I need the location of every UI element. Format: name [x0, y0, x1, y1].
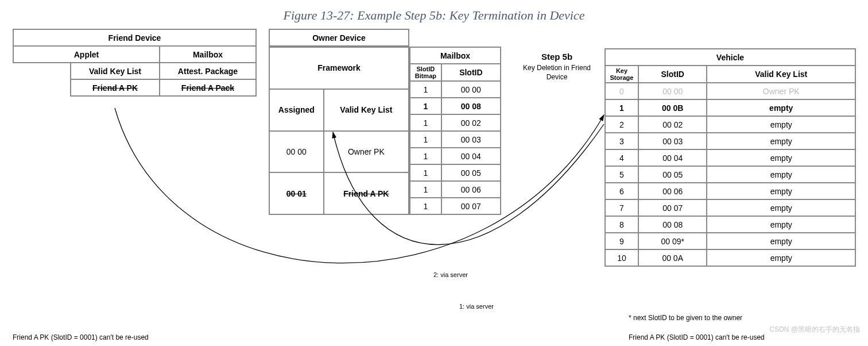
veh-ks: 7 [605, 199, 638, 216]
table-row: 300 03empty [605, 133, 855, 149]
veh-slot: 00 05 [638, 166, 707, 183]
veh-slot: 00 04 [638, 149, 707, 166]
friend-mailbox-title: Mailbox [160, 46, 256, 63]
mb-slot: 00 00 [441, 81, 501, 98]
applet-col: Valid Key List [71, 63, 160, 79]
mb-bitmap: 1 [410, 148, 441, 164]
table-row: 900 09*empty [605, 233, 855, 249]
mb-slot: 00 02 [441, 114, 501, 131]
table-row: 100 03 [410, 131, 501, 148]
table-row: 500 05empty [605, 166, 855, 183]
veh-col-ks: Key Storage [605, 66, 638, 83]
figure-title: Figure 13-27: Example Step 5b: Key Termi… [0, 0, 868, 28]
fw-vkl: Owner PK [324, 131, 409, 173]
vehicle-title: Vehicle [605, 49, 855, 66]
mb-bitmap: 1 [410, 164, 441, 181]
veh-vkl: empty [707, 199, 855, 216]
veh-vkl: empty [707, 233, 855, 249]
veh-vkl: Owner PK [707, 83, 855, 99]
mb-bitmap: 1 [410, 131, 441, 148]
table-row: 600 06empty [605, 183, 855, 199]
veh-ks: 0 [605, 83, 638, 99]
veh-ks: 9 [605, 233, 638, 249]
applet-title: Applet [13, 46, 160, 63]
veh-vkl: empty [707, 183, 855, 199]
footnote-left: Friend A PK (SlotID = 0001) can't be re-… [13, 333, 149, 341]
vehicle-group: Vehicle Key Storage SlotID Valid Key Lis… [604, 48, 856, 267]
mb-slot: 00 04 [441, 148, 501, 164]
table-row: 100 02 [410, 114, 501, 131]
mb-slot: 00 05 [441, 164, 501, 181]
footnote-star: * next SlotID to be given to the owner [629, 314, 742, 322]
table-row: 100 05 [410, 164, 501, 181]
fw-assigned: 00 00 [269, 131, 324, 173]
mb-slot: 00 08 [441, 98, 501, 114]
table-row: 100 0Bempty [605, 99, 855, 116]
veh-ks: 8 [605, 216, 638, 233]
owner-mailbox-title: Mailbox [410, 47, 501, 64]
veh-col-vkl: Valid Key List [707, 66, 855, 83]
table-row: 000 00Owner PK [605, 83, 855, 99]
fw-vkl: Friend A PK [324, 172, 409, 214]
fw-col-assigned: Assigned [269, 89, 324, 131]
veh-ks: 3 [605, 133, 638, 149]
veh-ks: 5 [605, 166, 638, 183]
mb-col-bitmap: SlotID Bitmap [410, 64, 441, 81]
veh-vkl: empty [707, 116, 855, 133]
fw-assigned: 00 01 [269, 172, 324, 214]
table-row: 00 01Friend A PK [269, 172, 409, 214]
veh-slot: 00 09* [638, 233, 707, 249]
applet-row: Friend A PK [71, 79, 160, 96]
owner-left-table: Owner Device [269, 29, 409, 47]
table-row: 100 04 [410, 148, 501, 164]
table-row: 100 08 [410, 98, 501, 114]
mb-bitmap: 1 [410, 198, 441, 214]
table-row: 100 06 [410, 181, 501, 198]
owner-mailbox-table: Mailbox SlotID Bitmap SlotID 100 00100 0… [409, 47, 501, 215]
step-label: Step 5b Key Deletion in Friend Device [522, 52, 591, 82]
owner-device-group: Owner Device Framework Assigned Valid Ke… [269, 29, 502, 215]
veh-slot: 00 08 [638, 216, 707, 233]
veh-slot: 00 00 [638, 83, 707, 99]
veh-ks: 2 [605, 116, 638, 133]
veh-slot: 00 03 [638, 133, 707, 149]
veh-ks: 1 [605, 99, 638, 116]
veh-col-slot: SlotID [638, 66, 707, 83]
veh-ks: 10 [605, 249, 638, 266]
framework-table: Framework Assigned Valid Key List 00 00O… [269, 47, 409, 215]
veh-ks: 6 [605, 183, 638, 199]
footnote-right: Friend A PK (SlotID = 0001) can't be re-… [629, 333, 765, 341]
mb-bitmap: 1 [410, 98, 441, 114]
table-row: 00 00Owner PK [269, 131, 409, 173]
veh-slot: 00 02 [638, 116, 707, 133]
mb-slot: 00 07 [441, 198, 501, 214]
friend-title: Friend Device [13, 29, 256, 46]
veh-slot: 00 0A [638, 249, 707, 266]
owner-title: Owner Device [269, 29, 409, 46]
fw-col-vkl: Valid Key List [324, 89, 409, 131]
veh-vkl: empty [707, 249, 855, 266]
veh-vkl: empty [707, 133, 855, 149]
vehicle-table: Vehicle Key Storage SlotID Valid Key Lis… [604, 48, 856, 267]
mb-bitmap: 1 [410, 81, 441, 98]
veh-vkl: empty [707, 166, 855, 183]
friend-device-table: Friend Device Applet Mailbox Valid Key L… [13, 29, 257, 97]
table-row: 100 00 [410, 81, 501, 98]
mb-bitmap: 1 [410, 181, 441, 198]
veh-slot: 00 07 [638, 199, 707, 216]
table-row: 100 07 [410, 198, 501, 214]
friend-mailbox-col: Attest. Package [160, 63, 256, 79]
arrow-label-1: 1: via server [459, 303, 494, 310]
table-row: 700 07empty [605, 199, 855, 216]
diagram-canvas: Friend Device Applet Mailbox Valid Key L… [0, 28, 868, 338]
mb-col-slot: SlotID [441, 64, 501, 81]
veh-vkl: empty [707, 149, 855, 166]
mb-slot: 00 03 [441, 131, 501, 148]
step-desc: Key Deletion in Friend Device [522, 64, 591, 82]
veh-ks: 4 [605, 149, 638, 166]
table-row: 400 04empty [605, 149, 855, 166]
mb-slot: 00 06 [441, 181, 501, 198]
friend-mailbox-row: Friend A Pack [160, 79, 256, 96]
veh-vkl: empty [707, 216, 855, 233]
table-row: 200 02empty [605, 116, 855, 133]
